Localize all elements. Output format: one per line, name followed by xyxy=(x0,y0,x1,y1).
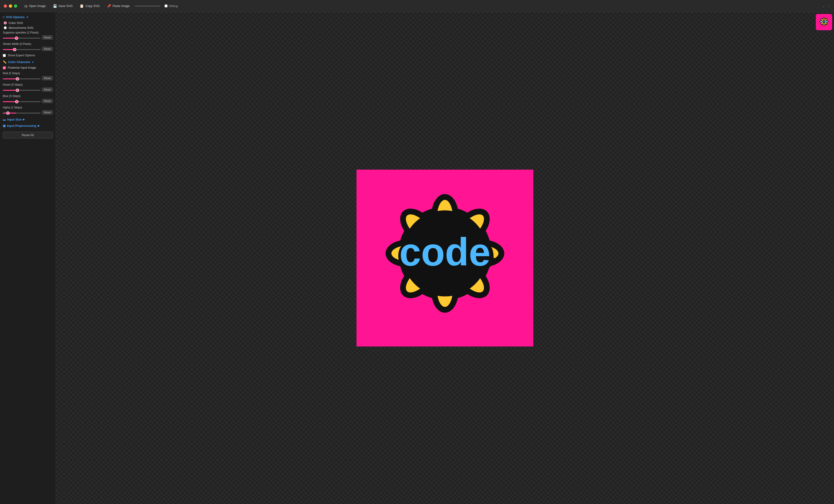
svg-type-group: Color SVG Monochrome SVG xyxy=(3,21,53,29)
stroke-width-control: Stroke Width (0 Pixels) Reset xyxy=(3,42,53,51)
thumbnail-preview: code xyxy=(816,14,832,30)
debug-label: Debug xyxy=(169,4,178,8)
red-slider-wrap xyxy=(3,76,41,80)
red-slider[interactable] xyxy=(3,79,41,79)
green-label: Green (5 Steps) xyxy=(3,83,53,86)
svg-options-header[interactable]: ≡ SVG Options ▼ xyxy=(3,15,53,19)
alpha-reset[interactable]: Reset xyxy=(42,110,53,114)
green-reset[interactable]: Reset xyxy=(42,87,53,92)
open-image-icon: 🗂 xyxy=(24,4,28,8)
color-channels-header[interactable]: ✏️ Color Channels ▼ xyxy=(3,60,53,64)
thumbnail-svg: code xyxy=(817,15,831,29)
green-control: Green (5 Steps) Reset xyxy=(3,83,53,92)
posterize-row: Posterize Input Image xyxy=(3,66,53,69)
input-preprocessing-icon: ▣ xyxy=(3,124,5,128)
canvas-area: code code xyxy=(56,12,834,504)
monochrome-svg-option[interactable]: Monochrome SVG xyxy=(4,26,53,29)
color-channels-label: Color Channels xyxy=(8,60,30,64)
save-svg-icon: 💾 xyxy=(53,4,57,8)
save-svg-button[interactable]: 💾 Save SVG xyxy=(51,3,75,9)
stroke-width-slider-wrap xyxy=(3,47,41,51)
reset-all-button[interactable]: Reset All xyxy=(3,132,53,138)
svg-options-label: SVG Options xyxy=(6,15,25,19)
image-container: code code xyxy=(356,170,533,347)
show-expert-row: Show Expert Options xyxy=(3,54,53,57)
zoom-slider xyxy=(135,5,160,6)
fullscreen-button[interactable] xyxy=(14,4,17,8)
svg-point-35 xyxy=(824,23,825,26)
green-slider-wrap xyxy=(3,88,41,91)
color-svg-label: Color SVG xyxy=(8,21,23,25)
suppress-speckles-reset[interactable]: Reset xyxy=(42,35,53,40)
alpha-label: Alpha (1 Steps) xyxy=(3,106,53,109)
minimize-button[interactable] xyxy=(9,4,12,8)
monochrome-svg-label: Monochrome SVG xyxy=(8,26,34,29)
posterize-label: Posterize Input Image xyxy=(8,66,36,69)
svg-options-section: ≡ SVG Options ▼ Color SVG Monochrome SVG… xyxy=(3,15,53,57)
suppress-speckles-label: Suppress speckles (2 Pixels) xyxy=(3,31,53,34)
paste-image-label: Paste Image xyxy=(113,4,130,8)
paste-image-icon: 📌 xyxy=(107,4,111,8)
open-image-label: Open Image xyxy=(29,4,46,8)
input-size-section[interactable]: ▬ Input Size ▶ xyxy=(3,118,53,121)
svg-text:code: code xyxy=(820,20,828,23)
open-image-button[interactable]: 🗂 Open Image xyxy=(22,3,48,9)
titlebar: 🗂 Open Image 💾 Save SVG 📋 Copy SVG 📌 Pas… xyxy=(0,0,834,12)
more-options-icon[interactable]: ⋮ xyxy=(827,4,830,8)
stroke-width-label: Stroke Width (0 Pixels) xyxy=(3,42,53,46)
svg-text:code: code xyxy=(399,230,490,274)
titlebar-right: ⌄ ⋮ xyxy=(822,4,830,8)
posterize-checkbox[interactable] xyxy=(3,66,6,69)
blue-reset[interactable]: Reset xyxy=(42,99,53,103)
blue-slider-wrap xyxy=(3,100,41,103)
alpha-row: Reset xyxy=(3,110,53,114)
debug-container: Debug xyxy=(164,4,178,8)
copy-svg-label: Copy SVG xyxy=(85,4,100,8)
stroke-width-row: Reset xyxy=(3,47,53,51)
alpha-control: Alpha (1 Steps) Reset xyxy=(3,106,53,114)
sidebar: ≡ SVG Options ▼ Color SVG Monochrome SVG… xyxy=(0,12,56,504)
red-control: Red (5 Steps) Reset xyxy=(3,72,53,80)
main-layout: ≡ SVG Options ▼ Color SVG Monochrome SVG… xyxy=(0,12,834,504)
copy-svg-icon: 📋 xyxy=(80,4,84,8)
input-size-label: Input Size xyxy=(7,118,21,121)
input-size-icon: ▬ xyxy=(3,118,6,121)
input-preprocessing-label: Input Preprocessing xyxy=(7,124,36,128)
color-svg-radio[interactable] xyxy=(4,21,7,24)
green-row: Reset xyxy=(3,87,53,92)
input-preprocessing-chevron: ▶ xyxy=(38,124,40,127)
color-channels-section: ✏️ Color Channels ▼ Posterize Input Imag… xyxy=(3,60,53,114)
suppress-speckles-row: Reset xyxy=(3,35,53,40)
blue-row: Reset xyxy=(3,99,53,103)
stroke-width-slider[interactable] xyxy=(3,49,41,50)
alpha-slider-wrap xyxy=(3,111,41,114)
main-svg-image: code code xyxy=(356,170,533,347)
monochrome-svg-radio[interactable] xyxy=(4,26,7,29)
chevron-down-icon[interactable]: ⌄ xyxy=(822,4,825,8)
suppress-speckles-slider-wrap xyxy=(3,36,41,39)
stroke-width-reset[interactable]: Reset xyxy=(42,47,53,51)
debug-checkbox[interactable] xyxy=(164,4,168,7)
traffic-lights xyxy=(4,4,17,8)
blue-slider[interactable] xyxy=(3,101,41,102)
input-size-chevron: ▶ xyxy=(23,118,25,121)
blue-label: Blue (5 Steps) xyxy=(3,94,53,98)
suppress-speckles-slider[interactable] xyxy=(3,38,41,39)
green-slider[interactable] xyxy=(3,90,41,91)
color-svg-option[interactable]: Color SVG xyxy=(4,21,53,25)
paste-image-button[interactable]: 📌 Paste Image xyxy=(105,3,131,9)
input-preprocessing-section[interactable]: ▣ Input Preprocessing ▶ xyxy=(3,124,53,128)
color-channels-icon: ✏️ xyxy=(3,60,6,64)
alpha-slider[interactable] xyxy=(3,113,41,113)
copy-svg-button[interactable]: 📋 Copy SVG xyxy=(78,3,102,9)
show-expert-label: Show Expert Options xyxy=(8,54,35,57)
red-reset[interactable]: Reset xyxy=(42,76,53,80)
svg-options-chevron: ▼ xyxy=(26,16,29,19)
svg-options-icon: ≡ xyxy=(3,15,5,19)
color-channels-chevron: ▼ xyxy=(32,61,34,64)
blue-control: Blue (5 Steps) Reset xyxy=(3,94,53,103)
show-expert-checkbox[interactable] xyxy=(3,54,6,57)
save-svg-label: Save SVG xyxy=(59,4,73,8)
close-button[interactable] xyxy=(4,4,7,8)
suppress-speckles-control: Suppress speckles (2 Pixels) Reset xyxy=(3,31,53,40)
